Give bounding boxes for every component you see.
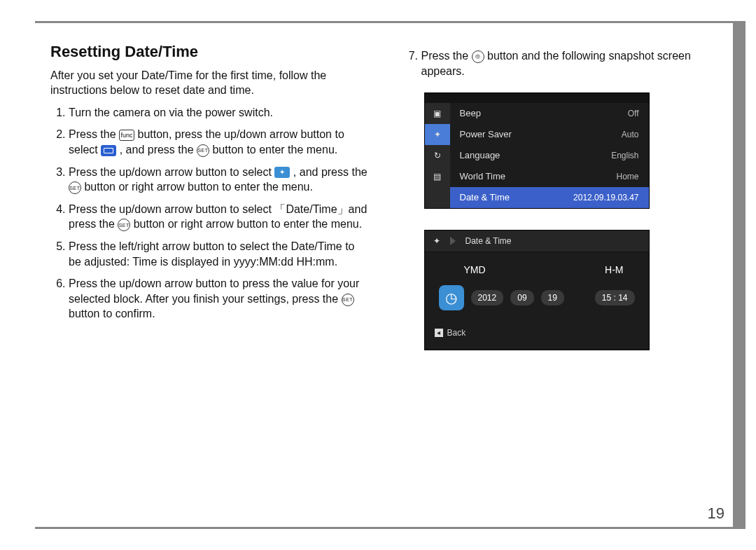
tab-card-icon: ▤: [425, 166, 450, 187]
toolbox-icon: [101, 145, 116, 156]
day-value: 19: [541, 290, 564, 305]
set-icon: SET: [69, 181, 81, 194]
ymd-label: YMD: [464, 263, 486, 277]
intro-text: After you set your Date/Time for the fir…: [50, 68, 370, 98]
back-label: Back: [447, 327, 466, 338]
set-label-4: SET: [342, 297, 353, 302]
step-2-a: Press the: [69, 128, 119, 140]
page-frame: Resetting Date/Time After you set your D…: [35, 21, 746, 529]
right-column: Press the ◎ button and the following sna…: [403, 41, 722, 350]
func-label: func: [121, 132, 133, 139]
menu-value: 2012.09.19.03.47: [564, 187, 648, 208]
step-6: Press the up/down arrow button to press …: [69, 276, 370, 322]
step-7-a: Press the: [421, 50, 472, 62]
set-label: SET: [197, 148, 208, 153]
section-title: Resetting Date/Time: [50, 41, 370, 62]
tab-camera-icon: ▣: [425, 103, 450, 124]
step-3-c: button or right arrow button to enter th…: [84, 181, 312, 193]
menu-row-powersaver: ✦ Power Saver Auto: [425, 124, 649, 145]
chevron-right-icon: [450, 237, 456, 245]
crumb-label: Date & Time: [465, 235, 512, 247]
step-6-a: Press the up/down arrow button to press …: [69, 277, 359, 305]
step-5: Press the left/right arrow button to sel…: [69, 239, 370, 269]
set-icon: SET: [118, 219, 130, 231]
set-label-2: SET: [69, 186, 80, 191]
step-1-text: Turn the camera on via the power switch.: [69, 106, 273, 118]
step-2-d: button to enter the menu.: [212, 144, 337, 156]
time-value: 15 : 14: [595, 290, 635, 305]
set-label-3: SET: [119, 223, 130, 228]
set-icon: SET: [197, 144, 209, 157]
step-5-text: Press the left/right arrow button to sel…: [69, 240, 354, 268]
camera-datetime-screenshot: ✦ Date & Time YMD H-M ◷ 2012 09 19 15 : …: [424, 230, 650, 350]
tab-refresh-icon: ↻: [425, 145, 450, 166]
menu-value: Auto: [612, 124, 649, 145]
menu-label: World Time: [450, 166, 607, 187]
steps-list: Turn the camera on via the power switch.…: [50, 105, 370, 322]
datetime-values: ◷ 2012 09 19 15 : 14: [425, 285, 649, 323]
step-7: Press the ◎ button and the following sna…: [421, 48, 722, 78]
dial-icon: ◎: [472, 50, 484, 63]
breadcrumb: ✦ Date & Time: [425, 231, 649, 252]
set-icon: SET: [342, 294, 354, 306]
step-3-a: Press the up/down arrow button to select: [69, 166, 274, 178]
menu-row-worldtime: ▤ World Time Home: [425, 166, 649, 187]
step-3: Press the up/down arrow button to select…: [69, 165, 370, 195]
menu-label: Language: [450, 145, 602, 166]
menu-label: Beep: [450, 103, 618, 124]
step-4-b: button or right arrow button to enter th…: [134, 218, 362, 230]
func-menu-icon: func: [119, 130, 134, 141]
year-value: 2012: [471, 290, 504, 305]
ymd-header: YMD H-M: [425, 252, 649, 285]
step-2: Press the func button, press the up/down…: [69, 127, 370, 157]
setup-icon: ✦: [433, 235, 440, 247]
camera-menu-screenshot: ▣ Beep Off ✦ Power Saver Auto ↻ Language…: [424, 92, 650, 209]
page-margin-bar: [733, 23, 746, 527]
back-icon: ◂: [435, 329, 443, 337]
page-number: 19: [708, 504, 724, 523]
back-row: ◂ Back: [425, 323, 649, 343]
menu-value: Home: [606, 166, 648, 187]
menu-row-datetime: Date & Time 2012.09.19.03.47: [425, 187, 649, 208]
step-1: Turn the camera on via the power switch.: [69, 105, 370, 121]
steps-list-right: Press the ◎ button and the following sna…: [403, 48, 722, 78]
step-3-b: , and press the: [293, 166, 368, 178]
menu-row-language: ↻ Language English: [425, 145, 649, 166]
wrench-icon: ✦: [274, 167, 290, 178]
month-value: 09: [510, 290, 533, 305]
menu-label: Power Saver: [450, 124, 612, 145]
tab-blank: [425, 187, 450, 208]
hm-label: H-M: [605, 263, 623, 277]
menu-value: English: [601, 145, 648, 166]
menu-value: Off: [618, 103, 649, 124]
menu-row-beep: ▣ Beep Off: [425, 103, 649, 124]
clock-icon: ◷: [439, 285, 464, 310]
step-2-c: , and press the: [120, 144, 197, 156]
menu-label: Date & Time: [450, 187, 564, 208]
tab-setup-icon: ✦: [425, 124, 450, 145]
step-6-b: button to confirm.: [69, 308, 155, 319]
step-4: Press the up/down arrow button to select…: [69, 202, 370, 232]
left-column: Resetting Date/Time After you set your D…: [50, 41, 370, 350]
content-columns: Resetting Date/Time After you set your D…: [35, 23, 746, 364]
